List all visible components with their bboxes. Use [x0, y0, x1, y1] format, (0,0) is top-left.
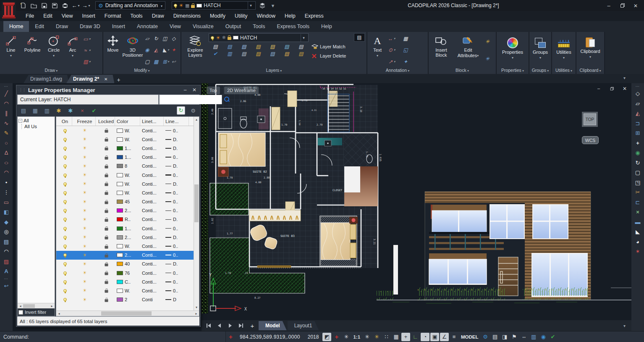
layer-on-icon[interactable]: [63, 200, 67, 203]
line-button[interactable]: Line: [2, 33, 20, 67]
menu-item[interactable]: Tools: [126, 12, 147, 20]
last-layout-button[interactable]: [236, 321, 246, 330]
layer-row[interactable]: ☀ W. Conti... 0..: [56, 188, 194, 197]
visual-style-label[interactable]: 2D Wireframe: [224, 87, 259, 94]
menu-item[interactable]: Modify: [205, 12, 230, 20]
layer-row[interactable]: ☀ 2... Conti... 0..: [56, 251, 194, 260]
panel-title-block[interactable]: Block: [456, 68, 469, 73]
layer-freeze-icon[interactable]: ☀: [83, 297, 87, 303]
layer-row[interactable]: ☀ W. Conti... 0..: [56, 242, 194, 250]
layer-row[interactable]: ☀ 2... Conti... 0..: [56, 206, 194, 215]
command-line[interactable]: Command:: [0, 331, 226, 342]
ribbon-tab[interactable]: Help: [315, 21, 338, 32]
properties-button[interactable]: Properties: [502, 35, 523, 61]
layer-color-swatch[interactable]: [117, 217, 123, 221]
trim-icon[interactable]: ▩: [153, 58, 161, 65]
clean-screen-icon[interactable]: ⇔: [520, 333, 529, 341]
point-icon[interactable]: •: [0, 178, 13, 188]
layer-color-swatch[interactable]: [117, 271, 123, 275]
doc-minimize-button[interactable]: [595, 86, 602, 92]
layer-color-swatch[interactable]: [117, 129, 123, 133]
layer-current-icon[interactable]: ✔: [209, 50, 222, 57]
layer-color-swatch[interactable]: [117, 280, 123, 284]
stretch-icon[interactable]: ◳: [631, 178, 644, 188]
menu-item[interactable]: Format: [100, 12, 126, 20]
layer-lock-icon[interactable]: [105, 290, 108, 293]
rectangle-icon[interactable]: ▭▾: [82, 36, 92, 42]
grid-dots-icon[interactable]: ∷: [382, 333, 391, 341]
layer-row[interactable]: ☀ 1... Conti... D.: [56, 144, 194, 153]
minimize-button[interactable]: [605, 3, 612, 9]
ribbon-tab[interactable]: Tools: [247, 21, 271, 32]
break-icon[interactable]: ×: [631, 207, 644, 217]
layer-lock-icon[interactable]: [105, 299, 108, 302]
new-group-filter-icon[interactable]: ▦: [31, 108, 39, 114]
qat-collapse-icon[interactable]: ▾: [269, 2, 277, 9]
layer-color-swatch[interactable]: [117, 244, 123, 248]
erase-icon[interactable]: ◇: [631, 89, 644, 99]
layer-freeze-icon[interactable]: ☀: [83, 172, 87, 178]
tree-node-all[interactable]: All: [18, 118, 54, 123]
layer-on-icon[interactable]: [63, 129, 67, 132]
layer-walk-icon[interactable]: ▤: [237, 50, 251, 57]
stretch-icon[interactable]: ◫: [162, 35, 170, 42]
layer-color-swatch[interactable]: [117, 226, 123, 231]
ribbon-tab[interactable]: Insert: [106, 21, 131, 32]
copy-icon[interactable]: ▱: [631, 99, 644, 109]
layer-color-swatch[interactable]: [117, 208, 123, 213]
layer-color-swatch[interactable]: [117, 289, 123, 293]
layer-freeze-icon[interactable]: ☀: [83, 226, 87, 231]
col-on[interactable]: On: [56, 117, 72, 126]
layer-row[interactable]: ☀ C.. Conti... 0..: [56, 277, 194, 286]
arc-icon[interactable]: ◠: [0, 99, 13, 109]
new-file-icon[interactable]: [19, 2, 27, 9]
divide-icon[interactable]: ⋮: [0, 187, 13, 197]
dimension-icon[interactable]: ↔▾: [387, 35, 401, 42]
offset-icon[interactable]: ⊐: [631, 118, 644, 129]
menu-item[interactable]: File: [21, 12, 39, 20]
layer-color-swatch[interactable]: [117, 191, 123, 195]
panel-title-groups[interactable]: Groups: [532, 68, 549, 73]
layer-prev-icon[interactable]: ▥: [223, 50, 236, 57]
mirror-icon[interactable]: ◭: [153, 47, 161, 53]
workspace-gear-icon[interactable]: ⚙: [481, 333, 490, 341]
ribbon-tab[interactable]: View: [164, 21, 187, 32]
rotate-icon[interactable]: ↻: [153, 35, 161, 42]
angle-snap-icon[interactable]: ∠: [440, 333, 449, 341]
annotation-edit-icon[interactable]: ▤: [491, 333, 500, 341]
layer-on-icon[interactable]: [63, 218, 67, 221]
doc-tab-drawing1[interactable]: Drawing1.dwg: [24, 75, 69, 83]
explode-icon[interactable]: ✶: [631, 247, 644, 257]
layer-delete-button[interactable]: Layer Delete: [312, 52, 365, 60]
layer-match-small-icon[interactable]: ▤: [294, 43, 308, 50]
rectangle-icon[interactable]: ▭: [0, 197, 13, 208]
layer-lock-icon[interactable]: [105, 166, 108, 168]
invert-filter-checkbox[interactable]: [18, 310, 23, 315]
layer-row[interactable]: ☀ 40 Conti... D.: [56, 260, 194, 268]
rotate-icon[interactable]: ↻: [631, 158, 644, 168]
layer-color-swatch[interactable]: [117, 262, 123, 266]
doc-close-button[interactable]: [621, 86, 628, 92]
layer-thaw-icon[interactable]: ▤: [280, 43, 293, 50]
panel-title-draw[interactable]: Draw: [45, 68, 58, 73]
circle-button[interactable]: Circle: [45, 33, 63, 67]
layer-freeze-icon[interactable]: ☀: [83, 208, 87, 213]
layer-unisolate-icon[interactable]: ▤: [223, 43, 236, 50]
layer-on-icon[interactable]: [63, 262, 67, 266]
match-brush-icon[interactable]: ✦: [171, 47, 179, 53]
layer-row[interactable]: ☀ 8 Conti... D.: [56, 162, 194, 171]
corner-icon[interactable]: ◱: [402, 47, 416, 53]
layer-color-swatch[interactable]: [117, 182, 123, 186]
panel-title-clipboard[interactable]: Clipboard: [579, 68, 601, 73]
positioner-3d-icon[interactable]: ◉: [631, 148, 644, 158]
layer-lock-icon[interactable]: [105, 263, 108, 266]
layer-freeze-icon[interactable]: ☀: [83, 155, 87, 160]
panel-title-annotation[interactable]: Annotation: [386, 68, 409, 73]
scale-icon[interactable]: ▢: [144, 58, 152, 65]
layer-freeze-icon[interactable]: ☀: [83, 244, 87, 249]
layer-freeze-icon[interactable]: ☀: [83, 199, 87, 205]
boundary-icon[interactable]: ◆: [0, 217, 13, 227]
close-button[interactable]: [632, 3, 639, 9]
layer-row[interactable]: ☀ 1... Conti... 0..: [56, 224, 194, 233]
layer-states-manager-icon[interactable]: ▥: [43, 108, 51, 114]
